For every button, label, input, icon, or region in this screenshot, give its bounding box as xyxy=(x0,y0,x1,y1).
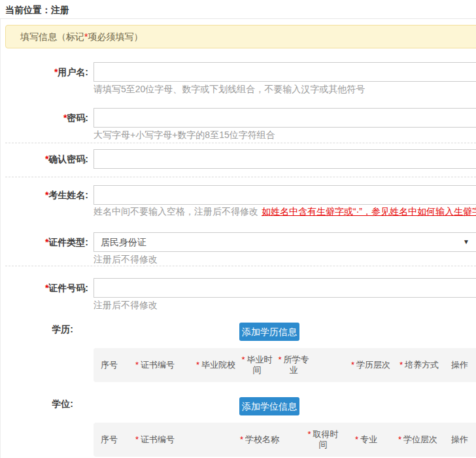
confirm-password-input[interactable] xyxy=(94,149,476,169)
degree-col-index: 序号 xyxy=(96,434,122,445)
education-col-mode: *培养方式 xyxy=(393,360,445,370)
notice-banner: 填写信息（标记*项必须填写） xyxy=(5,25,476,48)
degree-label: 学位: xyxy=(0,398,73,410)
breadcrumb-location-label: 当前位置： xyxy=(5,5,51,15)
notice-text-before: 填写信息（标记 xyxy=(20,31,84,42)
password-input[interactable] xyxy=(94,108,476,128)
divider xyxy=(5,143,476,143)
education-col-school: *毕业院校 xyxy=(189,360,243,370)
id-number-hint: 注册后不得修改 xyxy=(94,300,158,311)
notice-text-after: 项必须填写） xyxy=(88,31,143,42)
education-label: 学历: xyxy=(0,324,73,336)
rare-character-help-link[interactable]: 如姓名中含有生僻字或“·”，参见姓名中如何输入生僻字 xyxy=(262,206,476,217)
add-degree-button[interactable]: 添加学位信息 xyxy=(239,397,299,415)
education-col-index: 序号 xyxy=(96,360,122,370)
candidate-name-label: *考生姓名: xyxy=(0,190,88,202)
candidate-name-input[interactable] xyxy=(94,185,476,205)
required-star: * xyxy=(278,355,281,364)
confirm-password-label: *确认密码: xyxy=(0,154,88,166)
education-table-header: 序号 *证书编号 *毕业院校 *毕业时间 *所学专业 *学历层次 *培养方式 操… xyxy=(94,348,476,382)
required-star: * xyxy=(351,360,354,370)
dropdown-arrow-icon: ▼ xyxy=(463,239,469,245)
id-type-select[interactable]: 居民身份证 ▼ xyxy=(94,232,476,252)
degree-col-cert-no: *证书编号 xyxy=(128,434,182,445)
required-star: * xyxy=(398,434,401,444)
required-star: * xyxy=(196,360,199,370)
password-label: *密码: xyxy=(0,113,88,124)
id-type-hint: 注册后不得修改 xyxy=(94,254,158,266)
required-star: * xyxy=(355,434,358,444)
education-col-major: *所学专业 xyxy=(275,355,312,376)
education-col-grad-time: *毕业时间 xyxy=(239,355,275,376)
education-col-cert-no: *证书编号 xyxy=(128,360,182,370)
id-number-label: *证件号码: xyxy=(0,283,88,294)
candidate-name-hint: 姓名中间不要输入空格，注册后不得修改如姓名中含有生僻字或“·”，参见姓名中如何输… xyxy=(94,206,476,218)
username-hint: 请填写5至20位字母、数字或下划线组合，不要输入汉字或其他符号 xyxy=(94,84,365,96)
username-label: *用户名: xyxy=(0,67,88,79)
education-col-level: *学历层次 xyxy=(345,360,397,370)
id-type-selected-option: 居民身份证 xyxy=(101,237,146,247)
id-number-input[interactable] xyxy=(94,278,476,298)
breadcrumb-current: 注册 xyxy=(51,5,69,15)
required-star: * xyxy=(135,360,139,370)
divider xyxy=(5,177,476,177)
degree-table-header: 序号 *证书编号 *学校名称 *取得时间 *专业 *学位层次 操作 xyxy=(94,423,476,457)
required-star: * xyxy=(307,429,311,439)
password-hint: 大写字母+小写字母+数字的8至15位字符组合 xyxy=(94,130,275,141)
id-type-label: *证件类型: xyxy=(0,237,88,249)
degree-col-level: *学位层次 xyxy=(392,434,444,445)
degree-col-major: *专业 xyxy=(347,434,385,445)
required-star: * xyxy=(241,355,245,364)
add-education-button[interactable]: 添加学历信息 xyxy=(239,323,299,341)
divider xyxy=(5,266,476,266)
degree-col-school: *学校名称 xyxy=(231,434,288,445)
degree-col-action: 操作 xyxy=(448,434,471,445)
breadcrumb: 当前位置：注册 xyxy=(0,0,476,19)
required-star: * xyxy=(240,434,243,444)
education-col-action: 操作 xyxy=(448,360,471,370)
required-star: * xyxy=(400,360,403,370)
degree-col-obtain-time: *取得时间 xyxy=(304,429,342,450)
username-input[interactable] xyxy=(94,62,476,82)
required-star: * xyxy=(135,434,139,444)
